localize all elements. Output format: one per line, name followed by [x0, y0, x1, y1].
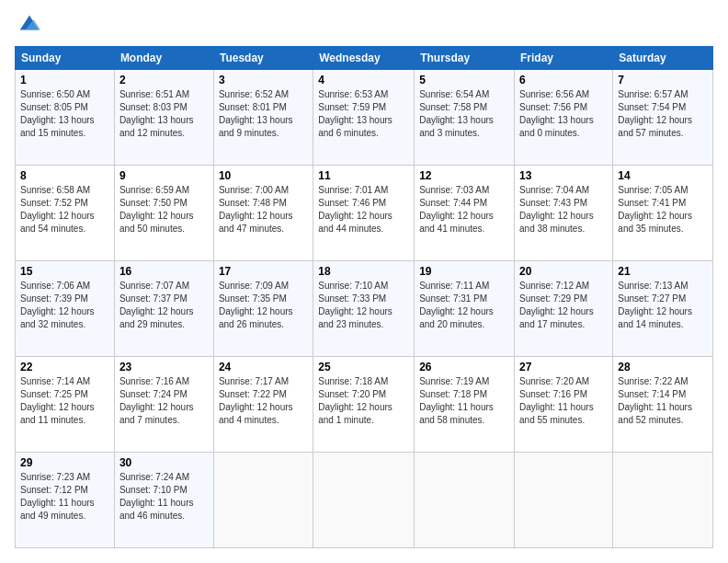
table-row: 26Sunrise: 7:19 AMSunset: 7:18 PMDayligh…	[415, 357, 515, 453]
table-row: 23Sunrise: 7:16 AMSunset: 7:24 PMDayligh…	[114, 357, 213, 453]
table-row: 1Sunrise: 6:50 AMSunset: 8:05 PMDaylight…	[16, 70, 115, 166]
table-row: 8Sunrise: 6:58 AMSunset: 7:52 PMDaylight…	[16, 166, 115, 261]
calendar-table: Sunday Monday Tuesday Wednesday Thursday…	[15, 46, 713, 548]
table-row: 2Sunrise: 6:51 AMSunset: 8:03 PMDaylight…	[114, 70, 213, 166]
table-row: 15Sunrise: 7:06 AMSunset: 7:39 PMDayligh…	[16, 261, 115, 357]
table-row: 22Sunrise: 7:14 AMSunset: 7:25 PMDayligh…	[16, 357, 115, 453]
table-row: 12Sunrise: 7:03 AMSunset: 7:44 PMDayligh…	[415, 166, 515, 261]
col-tuesday: Tuesday	[213, 47, 313, 70]
table-row: 16Sunrise: 7:07 AMSunset: 7:37 PMDayligh…	[114, 261, 213, 357]
table-row: 5Sunrise: 6:54 AMSunset: 7:58 PMDaylight…	[415, 70, 515, 166]
logo	[15, 15, 42, 37]
logo-icon	[17, 11, 42, 37]
table-row: 11Sunrise: 7:01 AMSunset: 7:46 PMDayligh…	[313, 166, 415, 261]
header-row: Sunday Monday Tuesday Wednesday Thursday…	[16, 47, 713, 70]
table-row: 6Sunrise: 6:56 AMSunset: 7:56 PMDaylight…	[515, 70, 613, 166]
table-row: 14Sunrise: 7:05 AMSunset: 7:41 PMDayligh…	[613, 166, 713, 261]
table-row: 10Sunrise: 7:00 AMSunset: 7:48 PMDayligh…	[213, 166, 313, 261]
table-row: 25Sunrise: 7:18 AMSunset: 7:20 PMDayligh…	[313, 357, 415, 453]
header	[15, 15, 713, 37]
col-sunday: Sunday	[16, 47, 115, 70]
col-wednesday: Wednesday	[313, 47, 415, 70]
col-thursday: Thursday	[415, 47, 515, 70]
table-row: 7Sunrise: 6:57 AMSunset: 7:54 PMDaylight…	[613, 70, 713, 166]
calendar-week-5: 29Sunrise: 7:23 AMSunset: 7:12 PMDayligh…	[16, 453, 713, 548]
table-row: 24Sunrise: 7:17 AMSunset: 7:22 PMDayligh…	[213, 357, 313, 453]
calendar-week-3: 15Sunrise: 7:06 AMSunset: 7:39 PMDayligh…	[16, 261, 713, 357]
table-row: 29Sunrise: 7:23 AMSunset: 7:12 PMDayligh…	[16, 453, 115, 548]
calendar-page: Sunday Monday Tuesday Wednesday Thursday…	[0, 0, 728, 563]
table-row: 20Sunrise: 7:12 AMSunset: 7:29 PMDayligh…	[515, 261, 613, 357]
calendar-week-1: 1Sunrise: 6:50 AMSunset: 8:05 PMDaylight…	[16, 70, 713, 166]
col-monday: Monday	[114, 47, 213, 70]
table-row	[213, 453, 313, 548]
table-row: 30Sunrise: 7:24 AMSunset: 7:10 PMDayligh…	[114, 453, 213, 548]
table-row	[415, 453, 515, 548]
table-row: 9Sunrise: 6:59 AMSunset: 7:50 PMDaylight…	[114, 166, 213, 261]
calendar-week-2: 8Sunrise: 6:58 AMSunset: 7:52 PMDaylight…	[16, 166, 713, 261]
table-row	[515, 453, 613, 548]
table-row: 4Sunrise: 6:53 AMSunset: 7:59 PMDaylight…	[313, 70, 415, 166]
table-row: 17Sunrise: 7:09 AMSunset: 7:35 PMDayligh…	[213, 261, 313, 357]
table-row	[313, 453, 415, 548]
table-row	[613, 453, 713, 548]
col-saturday: Saturday	[613, 47, 713, 70]
table-row: 3Sunrise: 6:52 AMSunset: 8:01 PMDaylight…	[213, 70, 313, 166]
table-row: 21Sunrise: 7:13 AMSunset: 7:27 PMDayligh…	[613, 261, 713, 357]
table-row: 18Sunrise: 7:10 AMSunset: 7:33 PMDayligh…	[313, 261, 415, 357]
col-friday: Friday	[515, 47, 613, 70]
table-row: 28Sunrise: 7:22 AMSunset: 7:14 PMDayligh…	[613, 357, 713, 453]
table-row: 19Sunrise: 7:11 AMSunset: 7:31 PMDayligh…	[415, 261, 515, 357]
table-row: 13Sunrise: 7:04 AMSunset: 7:43 PMDayligh…	[515, 166, 613, 261]
calendar-week-4: 22Sunrise: 7:14 AMSunset: 7:25 PMDayligh…	[16, 357, 713, 453]
table-row: 27Sunrise: 7:20 AMSunset: 7:16 PMDayligh…	[515, 357, 613, 453]
